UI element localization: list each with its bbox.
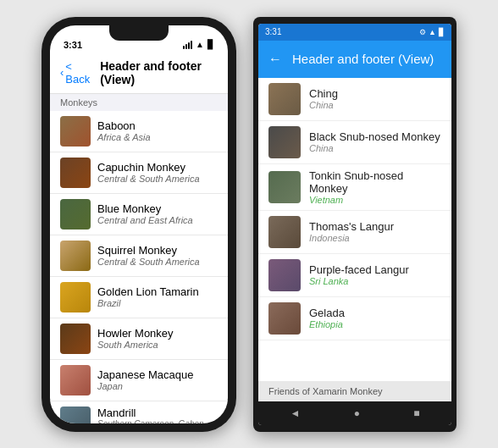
item-text: Mandrill Southern Cameroon, Gabon, Equat… bbox=[97, 407, 218, 423]
iphone-time: 3:31 bbox=[64, 40, 82, 50]
iphone-nav-bar: ‹ < Back Header and footer (View) bbox=[50, 56, 228, 94]
list-item[interactable]: Blue Monkey Central and East Africa bbox=[50, 194, 228, 235]
item-name: Blue Monkey bbox=[97, 202, 193, 215]
android-status-bar: 3:31 ⚙ ▲ ▊ bbox=[258, 24, 451, 41]
item-text: Golden Lion Tamarin Brazil bbox=[97, 285, 199, 308]
item-image bbox=[60, 407, 91, 423]
android-nav-bar: ◄ ● ■ bbox=[258, 401, 451, 425]
iphone-back-button[interactable]: ‹ < Back bbox=[60, 60, 93, 86]
item-image bbox=[60, 324, 91, 354]
iphone-section-header: Monkeys bbox=[50, 94, 228, 111]
android-back-button[interactable]: ← bbox=[268, 52, 282, 67]
iphone-nav-title: Header and footer (View) bbox=[100, 59, 218, 86]
item-text: Japanese Macaque Japan bbox=[97, 368, 193, 391]
android-battery-icon: ▊ bbox=[439, 28, 445, 36]
android-monkey-list: Ching China Black Snub-nosed Monkey Chin… bbox=[258, 78, 451, 381]
list-item[interactable]: Thomas's Langur Indonesia bbox=[258, 211, 451, 254]
devices-container: 3:31 ▲ ▊ ‹ < Back He bbox=[28, 3, 470, 445]
android-back-nav-button[interactable]: ◄ bbox=[290, 407, 301, 419]
android-toolbar-title: Header and footer (View) bbox=[292, 52, 434, 66]
item-name: Tonkin Snub-nosed Monkey bbox=[309, 169, 441, 195]
item-image bbox=[268, 83, 301, 115]
item-region: China bbox=[309, 143, 440, 153]
item-name: Gelada bbox=[309, 307, 345, 319]
back-label[interactable]: < Back bbox=[65, 60, 93, 86]
settings-icon: ⚙ bbox=[419, 28, 426, 36]
list-item[interactable]: Purple-faced Langur Sri Lanka bbox=[258, 254, 451, 297]
item-image bbox=[268, 302, 301, 335]
item-text: Baboon Africa & Asia bbox=[97, 119, 151, 142]
item-name: Baboon bbox=[97, 119, 151, 132]
android-home-button[interactable]: ● bbox=[354, 407, 360, 419]
item-region: Vietnam bbox=[309, 195, 441, 205]
android-screen: 3:31 ⚙ ▲ ▊ ← Header and footer (View) Ch… bbox=[258, 24, 451, 425]
item-image bbox=[60, 365, 91, 395]
signal-bar-2 bbox=[185, 44, 187, 49]
android-toolbar: ← Header and footer (View) bbox=[258, 41, 451, 78]
item-name: Squirrel Monkey bbox=[97, 244, 200, 257]
battery-icon: ▊ bbox=[208, 40, 214, 49]
item-region: Sri Lanka bbox=[309, 276, 409, 286]
item-name: Golden Lion Tamarin bbox=[97, 285, 199, 298]
item-text: Tonkin Snub-nosed Monkey Vietnam bbox=[309, 169, 441, 205]
item-region: Indonesia bbox=[309, 233, 394, 243]
item-region: Central and East Africa bbox=[97, 215, 193, 225]
wifi-icon: ▲ bbox=[196, 40, 204, 49]
signal-bar-3 bbox=[188, 42, 190, 49]
item-region: Brazil bbox=[97, 298, 199, 308]
item-name: Mandrill bbox=[97, 407, 218, 419]
item-region: Central & South America bbox=[97, 257, 200, 267]
item-image bbox=[268, 171, 301, 203]
item-text: Ching China bbox=[309, 87, 338, 110]
list-item[interactable]: Howler Monkey South America bbox=[50, 318, 228, 360]
item-region: China bbox=[309, 100, 338, 110]
android-footer: Friends of Xamarin Monkey bbox=[258, 381, 451, 401]
item-region: Japan bbox=[97, 381, 193, 391]
item-name: Howler Monkey bbox=[97, 327, 174, 340]
iphone-status-right: ▲ ▊ bbox=[183, 40, 214, 49]
item-name: Purple-faced Langur bbox=[309, 263, 409, 276]
android-status-icons: ⚙ ▲ ▊ bbox=[419, 28, 445, 36]
list-item[interactable]: Japanese Macaque Japan bbox=[50, 360, 228, 401]
item-text: Capuchin Monkey Central & South America bbox=[97, 161, 200, 184]
android-time: 3:31 bbox=[265, 27, 281, 36]
item-text: Gelada Ethiopia bbox=[309, 307, 345, 329]
item-text: Blue Monkey Central and East Africa bbox=[97, 202, 193, 225]
item-image bbox=[268, 216, 301, 248]
list-item[interactable]: Ching China bbox=[258, 78, 451, 121]
item-image bbox=[60, 158, 91, 188]
item-image bbox=[60, 282, 91, 312]
item-region: South America bbox=[97, 340, 174, 350]
list-item[interactable]: Golden Lion Tamarin Brazil bbox=[50, 277, 228, 318]
item-image bbox=[268, 126, 301, 158]
item-text: Squirrel Monkey Central & South America bbox=[97, 244, 200, 267]
list-item[interactable]: Baboon Africa & Asia bbox=[50, 111, 228, 152]
item-region: Central & South America bbox=[97, 174, 200, 184]
list-item[interactable]: Gelada Ethiopia bbox=[258, 297, 451, 340]
list-item[interactable]: Tonkin Snub-nosed Monkey Vietnam bbox=[258, 164, 451, 211]
list-item[interactable]: Capuchin Monkey Central & South America bbox=[50, 152, 228, 194]
android-recents-button[interactable]: ■ bbox=[413, 407, 419, 419]
iphone-device: 3:31 ▲ ▊ ‹ < Back He bbox=[42, 17, 236, 432]
item-text: Black Snub-nosed Monkey China bbox=[309, 130, 440, 153]
signal-bar-4 bbox=[191, 41, 192, 49]
item-name: Capuchin Monkey bbox=[97, 161, 200, 174]
back-chevron-icon: ‹ bbox=[60, 66, 64, 79]
item-text: Howler Monkey South America bbox=[97, 327, 174, 350]
signal-bar-1 bbox=[183, 46, 185, 49]
iphone-screen: 3:31 ▲ ▊ ‹ < Back He bbox=[50, 25, 228, 423]
item-text: Purple-faced Langur Sri Lanka bbox=[309, 263, 409, 286]
item-name: Black Snub-nosed Monkey bbox=[309, 130, 440, 143]
android-wifi-icon: ▲ bbox=[429, 28, 436, 36]
item-region: Ethiopia bbox=[309, 319, 345, 329]
item-name: Ching bbox=[309, 87, 338, 100]
item-image bbox=[60, 199, 91, 230]
iphone-notch bbox=[109, 25, 169, 41]
list-item[interactable]: Black Snub-nosed Monkey China bbox=[258, 121, 451, 164]
item-region: Southern Cameroon, Gabon, Equatorial Gui… bbox=[97, 419, 218, 423]
item-image bbox=[60, 241, 91, 271]
item-name: Thomas's Langur bbox=[309, 220, 394, 233]
item-image bbox=[268, 259, 301, 291]
list-item[interactable]: Squirrel Monkey Central & South America bbox=[50, 235, 228, 277]
list-item[interactable]: Mandrill Southern Cameroon, Gabon, Equat… bbox=[50, 401, 228, 423]
